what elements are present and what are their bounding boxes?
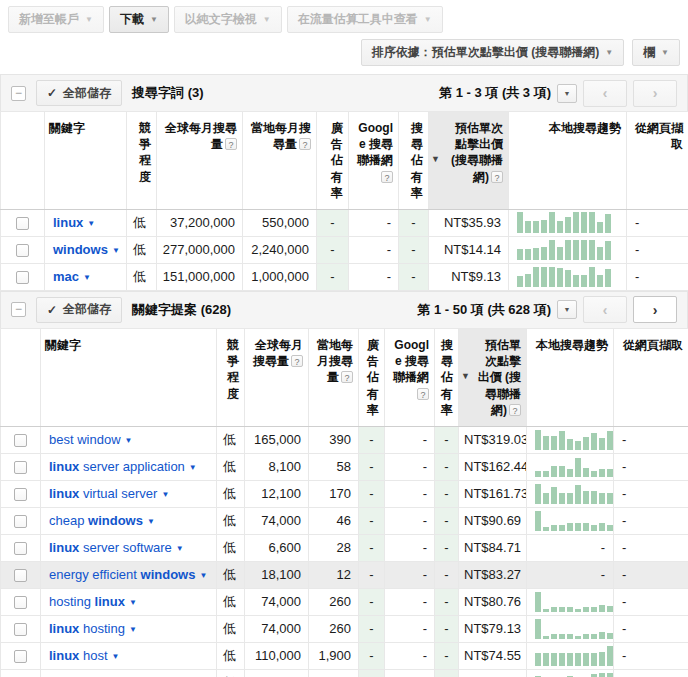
row-checkbox[interactable] [14, 542, 27, 555]
search-share-cell: - [435, 615, 459, 642]
keyword-link[interactable]: linux host▼ [49, 648, 119, 663]
column-header-global-monthly-searches[interactable]: 全球每月搜尋量? [245, 328, 309, 426]
row-checkbox[interactable] [16, 244, 29, 257]
sparkline-bar [599, 493, 605, 504]
row-checkbox[interactable] [14, 623, 27, 636]
column-header-ad-share[interactable]: 廣告佔有率 [317, 112, 349, 210]
keyword-dropdown-icon[interactable]: ▼ [112, 652, 120, 661]
google-search-network-cell: - [349, 263, 399, 290]
column-header-local-search-trends[interactable]: 本地搜尋趨勢 [527, 328, 614, 426]
search-terms-table: 關鍵字競爭程度全球每月搜尋量?當地每月搜尋量?廣告佔有率Google 搜尋聯播網… [0, 111, 688, 291]
google-search-network-cell: - [385, 453, 435, 480]
sparkline-bar [573, 212, 579, 233]
keyword-dropdown-icon[interactable]: ▼ [83, 273, 91, 282]
help-icon[interactable]: ? [417, 388, 429, 400]
prev-page-button[interactable]: ‹ [583, 296, 627, 323]
keyword-link[interactable]: linux server application▼ [49, 459, 197, 474]
keyword-link[interactable]: linux▼ [53, 215, 95, 230]
column-header-local-monthly-searches[interactable]: 當地每月搜尋量? [309, 328, 359, 426]
save-all-button[interactable]: ✓ 全部儲存 [36, 80, 122, 106]
row-checkbox[interactable] [16, 217, 29, 230]
help-icon[interactable]: ? [299, 138, 311, 150]
collapse-section-icon[interactable]: − [11, 302, 26, 317]
sort-by-dropdown[interactable]: 排序依據：預估單次點擊出價 (搜尋聯播網) ▼ [361, 39, 624, 66]
page-size-dropdown[interactable]: ▼ [557, 84, 577, 103]
sparkline-bar [551, 525, 557, 531]
column-header-label: 競爭程度 [227, 338, 239, 401]
column-header-search-share[interactable]: 搜尋佔有率 [435, 328, 459, 426]
keyword-link[interactable]: hosting linux▼ [49, 594, 137, 609]
keyword-dropdown-icon[interactable]: ▼ [112, 246, 120, 255]
view-as-text-button[interactable]: 以純文字檢視 ▼ [174, 6, 282, 33]
column-header-search-share[interactable]: 搜尋佔有率 [399, 112, 429, 210]
keyword-link[interactable]: energy efficient windows▼ [49, 567, 207, 582]
collapse-section-icon[interactable]: − [11, 86, 26, 101]
row-checkbox[interactable] [14, 515, 27, 528]
sparkline-bar [557, 221, 563, 233]
ad-share-cell: - [359, 426, 385, 453]
row-checkbox[interactable] [14, 434, 27, 447]
ad-share-cell: - [359, 480, 385, 507]
keyword-dropdown-icon[interactable]: ▼ [161, 490, 169, 499]
add-to-account-button[interactable]: 新增至帳戶 ▼ [8, 6, 104, 33]
keyword-dropdown-icon[interactable]: ▼ [147, 517, 155, 526]
keyword-dropdown-icon[interactable]: ▼ [189, 463, 197, 472]
keyword-link[interactable]: linux server software▼ [49, 540, 184, 555]
row-checkbox[interactable] [14, 488, 27, 501]
column-header-competition[interactable]: 競爭程度 [217, 328, 245, 426]
column-header-estimated-cpc[interactable]: ▼預估單次點擊出價 (搜尋聯播網)? [459, 328, 527, 426]
help-icon[interactable]: ? [509, 404, 521, 416]
help-icon[interactable]: ? [491, 171, 503, 183]
keyword-link[interactable]: cheap windows▼ [49, 513, 155, 528]
column-header-google-search-network[interactable]: Google 搜尋聯播網? [349, 112, 399, 210]
keyword-link[interactable]: linux virtual server▼ [49, 486, 169, 501]
column-header-ad-share[interactable]: 廣告佔有率 [359, 328, 385, 426]
column-header-estimated-cpc[interactable]: ▼預估單次點擊出價 (搜尋聯播網)? [429, 112, 509, 210]
column-header-keyword[interactable]: 關鍵字 [45, 112, 127, 210]
keyword-link[interactable]: windows▼ [53, 242, 120, 257]
save-all-button[interactable]: ✓ 全部儲存 [36, 297, 122, 323]
column-header-local-monthly-searches[interactable]: 當地每月搜尋量? [243, 112, 317, 210]
help-icon[interactable]: ? [341, 371, 353, 383]
prev-page-button[interactable]: ‹ [583, 80, 627, 107]
column-header-global-monthly-searches[interactable]: 全球每月搜尋量? [157, 112, 243, 210]
column-header-extracted-from-webpage[interactable]: 從網頁擷取 [614, 328, 688, 426]
keyword-link[interactable]: mac▼ [53, 269, 91, 284]
row-checkbox[interactable] [16, 271, 29, 284]
keyword-link[interactable]: best window▼ [49, 432, 132, 447]
estimated-cpc-cell: NT$84.71 [459, 534, 527, 561]
keyword-dropdown-icon[interactable]: ▼ [129, 598, 137, 607]
keyword-dropdown-icon[interactable]: ▼ [87, 219, 95, 228]
row-checkbox[interactable] [14, 596, 27, 609]
help-icon[interactable]: ? [381, 171, 393, 183]
competition-cell: 低 [217, 480, 245, 507]
help-icon[interactable]: ? [225, 138, 237, 150]
keyword-link[interactable]: linux hosting▼ [49, 621, 137, 636]
column-header-competition[interactable]: 競爭程度 [127, 112, 157, 210]
sparkline-bar [599, 652, 605, 666]
keyword-dropdown-icon[interactable]: ▼ [125, 436, 133, 445]
keyword-dropdown-icon[interactable]: ▼ [176, 544, 184, 553]
page-size-dropdown[interactable]: ▼ [557, 300, 577, 319]
view-in-traffic-estimator-button[interactable]: 在流量估算工具中查看 ▼ [287, 6, 443, 33]
keyword-dropdown-icon[interactable]: ▼ [129, 625, 137, 634]
extracted-from-webpage-cell: - [614, 642, 688, 669]
local-search-trends-cell [509, 263, 627, 290]
row-checkbox[interactable] [14, 569, 27, 582]
download-button[interactable]: 下載 ▼ [109, 6, 169, 33]
next-page-button[interactable]: › [633, 296, 677, 323]
help-icon[interactable]: ? [291, 355, 303, 367]
row-checkbox[interactable] [14, 650, 27, 663]
chevron-down-icon: ▼ [263, 16, 271, 24]
sparkline-bar [559, 493, 565, 504]
column-header-extracted-from-webpage[interactable]: 從網頁擷取 [627, 112, 688, 210]
columns-dropdown[interactable]: 欄 ▼ [632, 39, 680, 66]
column-header-google-search-network[interactable]: Google 搜尋聯播網? [385, 328, 435, 426]
column-header-local-search-trends[interactable]: 本地搜尋趨勢 [509, 112, 627, 210]
column-header-keyword[interactable]: 關鍵字 [41, 328, 217, 426]
row-checkbox[interactable] [14, 461, 27, 474]
sparkline-bar [543, 471, 549, 477]
next-page-button[interactable]: › [633, 80, 677, 107]
keyword-dropdown-icon[interactable]: ▼ [199, 571, 207, 580]
sparkline-bar [597, 222, 603, 233]
